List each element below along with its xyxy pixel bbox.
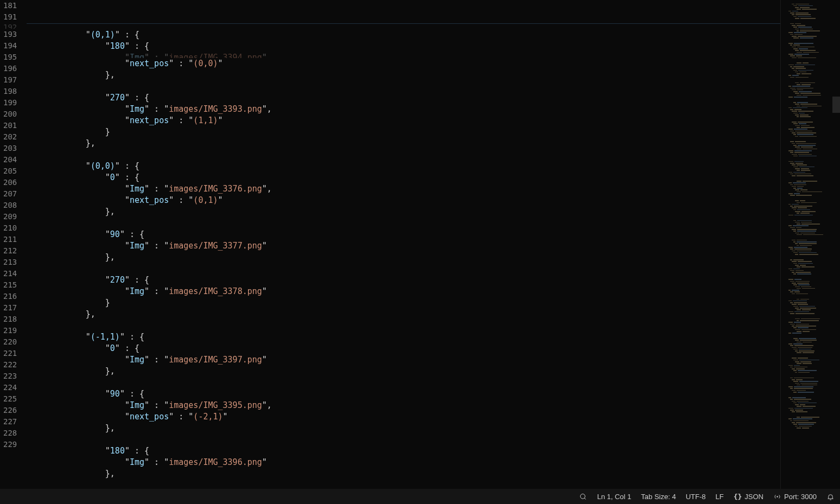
line-number[interactable]: 221 (3, 348, 17, 359)
notifications-icon[interactable] (826, 493, 835, 501)
status-cursor-pos[interactable]: Ln 1, Col 1 (597, 493, 631, 501)
line-number[interactable]: 199 (3, 97, 17, 109)
code-line[interactable]: "(0,1)" : { (27, 29, 780, 41)
code-line[interactable]: "Img" : "images/IMG_3397.png" (27, 354, 780, 366)
code-content[interactable]: "(0,1)" : { "180" : { "Img" : "images/IM… (27, 0, 780, 489)
code-line[interactable]: "Img" : "images/IMG_3393.png", (27, 104, 780, 115)
status-language-label: JSON (744, 493, 763, 501)
line-number[interactable]: 215 (3, 279, 17, 291)
code-line[interactable]: "Img" : "images/IMG_3395.png", (27, 400, 780, 411)
line-number[interactable]: 200 (3, 109, 17, 120)
line-number[interactable]: 203 (3, 143, 17, 154)
line-number[interactable]: 216 (3, 291, 17, 302)
code-line[interactable]: }, (27, 468, 780, 480)
line-number[interactable]: 204 (3, 154, 17, 165)
code-line[interactable]: "Img" : "images/IMG_3376.png", (27, 183, 780, 195)
line-number[interactable]: 214 (3, 268, 17, 279)
code-line[interactable]: "Img" : "images/IMG_3377.png" (27, 240, 780, 252)
line-number[interactable]: 202 (3, 131, 17, 143)
tab-underline (27, 23, 780, 24)
line-number[interactable]: 213 (3, 257, 17, 268)
line-number[interactable]: 209 (3, 211, 17, 222)
code-line[interactable] (27, 218, 780, 229)
code-line[interactable]: "next_pos" : "(0,1)" (27, 195, 780, 206)
line-number-gutter[interactable]: 1811911921931941951961971981992002012022… (0, 0, 27, 489)
minimap[interactable] (780, 0, 840, 489)
line-number[interactable]: 192 (3, 23, 17, 29)
line-number[interactable]: 205 (3, 165, 17, 177)
code-line[interactable]: "Img" : "images/IMG_3378.png" (27, 286, 780, 297)
status-language[interactable]: {} JSON (734, 493, 763, 501)
code-line[interactable]: }, (27, 206, 780, 218)
code-line[interactable]: } (27, 297, 780, 309)
code-line[interactable] (27, 149, 780, 161)
feedback-icon[interactable] (579, 493, 587, 501)
svg-point-0 (581, 494, 586, 499)
svg-point-2 (777, 496, 778, 497)
line-number[interactable]: 191 (3, 11, 17, 23)
braces-icon: {} (734, 493, 742, 501)
line-number[interactable]: 218 (3, 314, 17, 325)
line-number[interactable]: 193 (3, 29, 17, 40)
status-tab-size[interactable]: Tab Size: 4 (641, 493, 676, 501)
line-number[interactable]: 226 (3, 405, 17, 416)
code-line[interactable]: "0" : { (27, 172, 780, 183)
editor-area: 1811911921931941951961971981992002012022… (0, 0, 840, 489)
code-line[interactable]: "(0,0)" : { (27, 161, 780, 172)
code-line[interactable] (27, 434, 780, 445)
code-line[interactable]: "0" : { (27, 343, 780, 354)
line-number[interactable]: 197 (3, 74, 17, 86)
code-line[interactable]: "next_pos" : "(1,1)" (27, 115, 780, 126)
line-number[interactable]: 195 (3, 52, 17, 63)
status-encoding[interactable]: UTF-8 (686, 493, 706, 501)
code-line[interactable]: "Img" : "images/IMG_3396.png" (27, 457, 780, 468)
code-line[interactable] (27, 81, 780, 92)
line-number[interactable]: 223 (3, 371, 17, 382)
line-number[interactable]: 196 (3, 63, 17, 74)
line-number[interactable]: 198 (3, 86, 17, 97)
code-line[interactable] (27, 320, 780, 331)
code-line[interactable]: "270" : { (27, 275, 780, 286)
line-number[interactable]: 222 (3, 359, 17, 371)
line-number[interactable]: 217 (3, 302, 17, 314)
line-number[interactable]: 194 (3, 40, 17, 52)
status-bar: Ln 1, Col 1 Tab Size: 4 UTF-8 LF {} JSON… (0, 489, 840, 504)
line-number[interactable]: 181 (3, 0, 17, 11)
code-line[interactable]: }, (27, 309, 780, 320)
status-eol[interactable]: LF (716, 493, 724, 501)
line-number[interactable]: 201 (3, 120, 17, 131)
code-line[interactable]: "next_pos" : "(-2,1)" (27, 411, 780, 423)
code-line[interactable]: "270" : { (27, 92, 780, 104)
code-line[interactable]: }, (27, 69, 780, 81)
code-line[interactable] (27, 377, 780, 388)
line-number[interactable]: 220 (3, 336, 17, 348)
code-line[interactable]: }, (27, 366, 780, 377)
line-number[interactable]: 219 (3, 325, 17, 336)
code-line[interactable]: "next_pos" : "(0,0)" (27, 58, 780, 69)
code-line[interactable]: "180" : { (27, 445, 780, 457)
code-line[interactable]: "90" : { (27, 388, 780, 400)
status-port[interactable]: Port: 3000 (773, 493, 817, 501)
line-number[interactable]: 227 (3, 416, 17, 428)
minimap-viewport-thumb[interactable] (832, 97, 840, 113)
line-number[interactable]: 211 (3, 234, 17, 245)
line-number[interactable]: 224 (3, 382, 17, 393)
code-line[interactable]: "Img" : "images/IMG_3394.png", (27, 52, 780, 58)
line-number[interactable]: 210 (3, 222, 17, 234)
code-line[interactable]: "90" : { (27, 229, 780, 240)
line-number[interactable]: 228 (3, 428, 17, 439)
code-line[interactable]: } (27, 126, 780, 138)
line-number[interactable]: 207 (3, 188, 17, 200)
line-number[interactable]: 206 (3, 177, 17, 188)
code-line[interactable]: }, (27, 138, 780, 149)
code-line[interactable]: "(-1,1)" : { (27, 331, 780, 343)
broadcast-icon (773, 493, 781, 501)
line-number[interactable]: 225 (3, 393, 17, 405)
line-number[interactable]: 208 (3, 200, 17, 211)
code-line[interactable]: }, (27, 423, 780, 434)
line-number[interactable]: 229 (3, 439, 17, 450)
code-line[interactable]: "180" : { (27, 41, 780, 52)
code-line[interactable]: }, (27, 252, 780, 263)
code-line[interactable] (27, 263, 780, 275)
line-number[interactable]: 212 (3, 245, 17, 257)
